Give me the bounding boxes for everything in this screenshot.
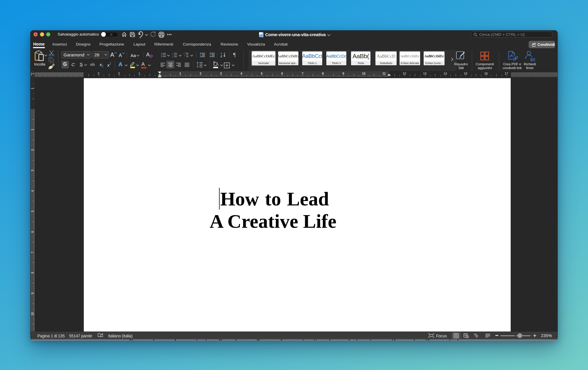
svg-text:A: A bbox=[220, 52, 223, 55]
svg-text:W: W bbox=[259, 35, 261, 37]
svg-text:Z: Z bbox=[220, 55, 222, 58]
svg-text:3: 3 bbox=[172, 56, 173, 58]
svg-text:i: i bbox=[184, 56, 185, 58]
